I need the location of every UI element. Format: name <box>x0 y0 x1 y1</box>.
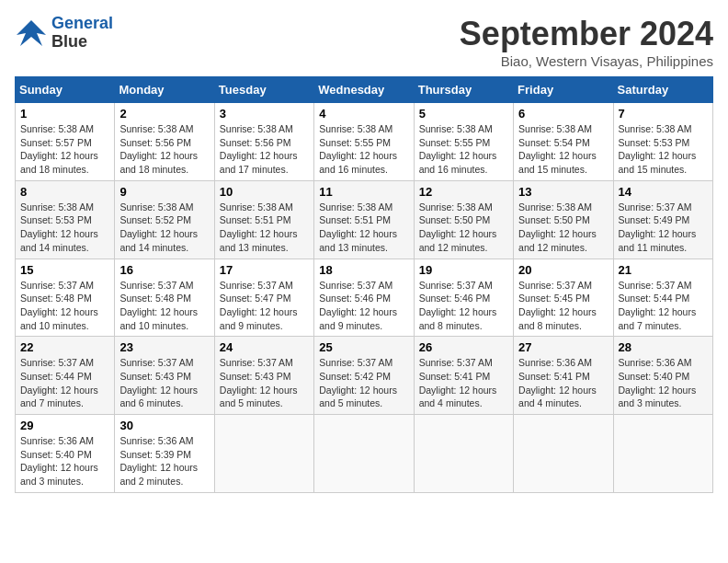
month-title: September 2024 <box>460 15 713 53</box>
day-info: Sunrise: 5:37 AMSunset: 5:47 PMDaylight:… <box>220 279 309 333</box>
day-info: Sunrise: 5:37 AMSunset: 5:48 PMDaylight:… <box>119 279 209 333</box>
calendar-header-row: SundayMondayTuesdayWednesdayThursdayFrid… <box>16 77 713 103</box>
day-number: 15 <box>20 263 109 277</box>
day-number: 21 <box>619 263 708 277</box>
day-number: 19 <box>419 263 508 277</box>
calendar-cell: 2Sunrise: 5:38 AMSunset: 5:56 PMDaylight… <box>115 103 214 181</box>
calendar-week-4: 22Sunrise: 5:37 AMSunset: 5:44 PMDayligh… <box>16 337 713 415</box>
calendar-week-2: 8Sunrise: 5:38 AMSunset: 5:53 PMDaylight… <box>16 180 713 259</box>
day-info: Sunrise: 5:37 AMSunset: 5:45 PMDaylight:… <box>518 279 608 333</box>
day-info: Sunrise: 5:37 AMSunset: 5:49 PMDaylight:… <box>619 201 708 255</box>
logo-text: General Blue <box>51 15 113 52</box>
logo: General Blue <box>15 15 113 52</box>
day-number: 7 <box>619 107 708 121</box>
calendar-cell: 25Sunrise: 5:37 AMSunset: 5:42 PMDayligh… <box>314 337 414 415</box>
calendar-cell: 7Sunrise: 5:38 AMSunset: 5:53 PMDaylight… <box>613 103 712 181</box>
calendar-cell: 11Sunrise: 5:38 AMSunset: 5:51 PMDayligh… <box>314 180 414 259</box>
day-info: Sunrise: 5:36 AMSunset: 5:41 PMDaylight:… <box>518 356 608 410</box>
calendar-cell: 18Sunrise: 5:37 AMSunset: 5:46 PMDayligh… <box>314 259 414 337</box>
calendar-cell: 9Sunrise: 5:38 AMSunset: 5:52 PMDaylight… <box>115 180 214 259</box>
calendar-cell <box>414 415 513 493</box>
calendar-cell <box>613 415 712 493</box>
day-info: Sunrise: 5:37 AMSunset: 5:41 PMDaylight:… <box>419 356 508 410</box>
calendar-cell: 26Sunrise: 5:37 AMSunset: 5:41 PMDayligh… <box>414 337 513 415</box>
calendar-week-3: 15Sunrise: 5:37 AMSunset: 5:48 PMDayligh… <box>16 259 713 337</box>
calendar-cell: 1Sunrise: 5:38 AMSunset: 5:57 PMDaylight… <box>16 103 115 181</box>
day-info: Sunrise: 5:36 AMSunset: 5:40 PMDaylight:… <box>20 434 109 488</box>
calendar-cell: 13Sunrise: 5:38 AMSunset: 5:50 PMDayligh… <box>514 180 613 259</box>
calendar-cell: 4Sunrise: 5:38 AMSunset: 5:55 PMDaylight… <box>314 103 414 181</box>
day-number: 18 <box>319 263 408 277</box>
day-number: 30 <box>119 419 209 432</box>
calendar-cell: 14Sunrise: 5:37 AMSunset: 5:49 PMDayligh… <box>613 180 712 259</box>
day-number: 5 <box>419 107 508 121</box>
day-number: 1 <box>20 107 109 121</box>
calendar-cell: 28Sunrise: 5:36 AMSunset: 5:40 PMDayligh… <box>613 337 712 415</box>
day-info: Sunrise: 5:38 AMSunset: 5:54 PMDaylight:… <box>518 122 608 177</box>
page-header: General Blue September 2024 Biao, Wester… <box>15 15 713 69</box>
day-number: 14 <box>619 185 708 199</box>
calendar-cell: 17Sunrise: 5:37 AMSunset: 5:47 PMDayligh… <box>214 259 313 337</box>
svg-marker-0 <box>17 20 46 46</box>
calendar-cell: 8Sunrise: 5:38 AMSunset: 5:53 PMDaylight… <box>16 180 115 259</box>
day-number: 23 <box>119 340 209 354</box>
day-info: Sunrise: 5:36 AMSunset: 5:39 PMDaylight:… <box>119 434 209 488</box>
day-number: 8 <box>20 185 109 199</box>
calendar-cell: 21Sunrise: 5:37 AMSunset: 5:44 PMDayligh… <box>613 259 712 337</box>
calendar-cell: 24Sunrise: 5:37 AMSunset: 5:43 PMDayligh… <box>214 337 313 415</box>
logo-line2: Blue <box>51 33 113 52</box>
calendar-cell: 16Sunrise: 5:37 AMSunset: 5:48 PMDayligh… <box>115 259 214 337</box>
calendar-cell <box>214 415 313 493</box>
day-number: 13 <box>518 185 608 199</box>
day-info: Sunrise: 5:38 AMSunset: 5:56 PMDaylight:… <box>119 122 209 177</box>
day-info: Sunrise: 5:37 AMSunset: 5:44 PMDaylight:… <box>20 356 109 410</box>
day-info: Sunrise: 5:38 AMSunset: 5:57 PMDaylight:… <box>20 122 109 177</box>
day-info: Sunrise: 5:37 AMSunset: 5:43 PMDaylight:… <box>119 356 209 410</box>
calendar-cell: 23Sunrise: 5:37 AMSunset: 5:43 PMDayligh… <box>115 337 214 415</box>
day-info: Sunrise: 5:37 AMSunset: 5:46 PMDaylight:… <box>419 279 508 333</box>
day-info: Sunrise: 5:38 AMSunset: 5:56 PMDaylight:… <box>220 122 309 177</box>
calendar-cell: 22Sunrise: 5:37 AMSunset: 5:44 PMDayligh… <box>16 337 115 415</box>
header-saturday: Saturday <box>613 77 712 103</box>
day-info: Sunrise: 5:37 AMSunset: 5:42 PMDaylight:… <box>319 356 408 410</box>
day-number: 11 <box>319 185 408 199</box>
header-wednesday: Wednesday <box>314 77 414 103</box>
calendar-week-1: 1Sunrise: 5:38 AMSunset: 5:57 PMDaylight… <box>16 103 713 181</box>
day-info: Sunrise: 5:38 AMSunset: 5:52 PMDaylight:… <box>119 201 209 255</box>
day-number: 3 <box>220 107 309 121</box>
day-number: 26 <box>419 340 508 354</box>
day-number: 4 <box>319 107 408 121</box>
calendar-cell: 5Sunrise: 5:38 AMSunset: 5:55 PMDaylight… <box>414 103 513 181</box>
day-info: Sunrise: 5:38 AMSunset: 5:53 PMDaylight:… <box>20 201 109 255</box>
day-info: Sunrise: 5:38 AMSunset: 5:53 PMDaylight:… <box>619 122 708 177</box>
day-number: 2 <box>119 107 209 121</box>
calendar-cell: 6Sunrise: 5:38 AMSunset: 5:54 PMDaylight… <box>514 103 613 181</box>
day-number: 12 <box>419 185 508 199</box>
day-number: 9 <box>119 185 209 199</box>
calendar-cell <box>314 415 414 493</box>
day-info: Sunrise: 5:37 AMSunset: 5:44 PMDaylight:… <box>619 279 708 333</box>
day-number: 10 <box>220 185 309 199</box>
day-info: Sunrise: 5:38 AMSunset: 5:55 PMDaylight:… <box>419 122 508 177</box>
day-number: 17 <box>220 263 309 277</box>
day-number: 29 <box>20 419 109 432</box>
day-info: Sunrise: 5:38 AMSunset: 5:50 PMDaylight:… <box>419 201 508 255</box>
day-info: Sunrise: 5:37 AMSunset: 5:43 PMDaylight:… <box>220 356 309 410</box>
calendar-cell: 29Sunrise: 5:36 AMSunset: 5:40 PMDayligh… <box>16 415 115 493</box>
day-number: 28 <box>619 340 708 354</box>
header-friday: Friday <box>514 77 613 103</box>
day-number: 20 <box>518 263 608 277</box>
day-number: 25 <box>319 340 408 354</box>
header-monday: Monday <box>115 77 214 103</box>
calendar-cell: 12Sunrise: 5:38 AMSunset: 5:50 PMDayligh… <box>414 180 513 259</box>
logo-line1: General <box>51 14 113 32</box>
day-info: Sunrise: 5:37 AMSunset: 5:46 PMDaylight:… <box>319 279 408 333</box>
calendar-cell: 27Sunrise: 5:36 AMSunset: 5:41 PMDayligh… <box>514 337 613 415</box>
day-info: Sunrise: 5:38 AMSunset: 5:51 PMDaylight:… <box>319 201 408 255</box>
day-number: 6 <box>518 107 608 121</box>
calendar-cell: 15Sunrise: 5:37 AMSunset: 5:48 PMDayligh… <box>16 259 115 337</box>
calendar-week-5: 29Sunrise: 5:36 AMSunset: 5:40 PMDayligh… <box>16 415 713 493</box>
day-number: 27 <box>518 340 608 354</box>
calendar-table: SundayMondayTuesdayWednesdayThursdayFrid… <box>15 76 713 493</box>
calendar-cell: 3Sunrise: 5:38 AMSunset: 5:56 PMDaylight… <box>214 103 313 181</box>
